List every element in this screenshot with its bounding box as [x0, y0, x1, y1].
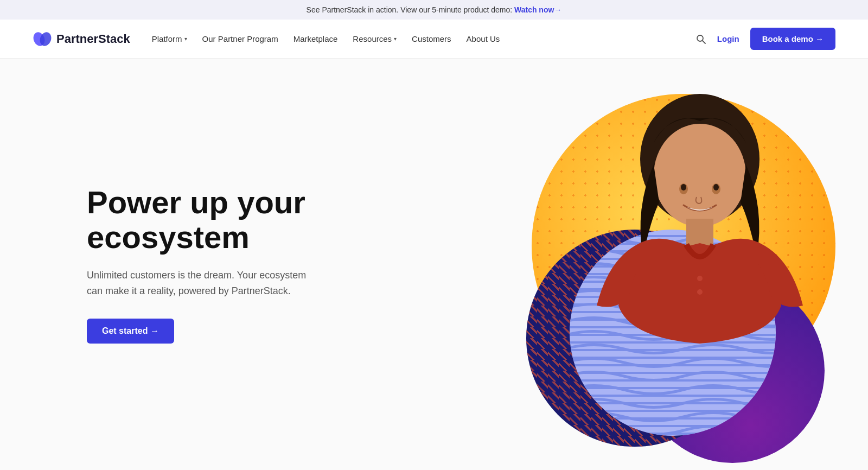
hero-illustration: [499, 67, 868, 447]
nav-item-about[interactable]: About Us: [467, 34, 500, 43]
chevron-down-icon: ▾: [394, 36, 397, 42]
nav-links: Platform ▾ Our Partner Program Marketpla…: [152, 34, 695, 43]
login-link[interactable]: Login: [717, 34, 739, 43]
hero-section: Power up your ecosystem Unlimited custom…: [0, 59, 868, 470]
logo-text: PartnerStack: [56, 32, 130, 46]
nav-item-resources[interactable]: Resources ▾: [353, 34, 397, 43]
nav-item-platform[interactable]: Platform ▾: [152, 34, 187, 43]
svg-rect-7: [686, 219, 713, 246]
book-demo-button[interactable]: Book a demo →: [750, 28, 835, 50]
logo[interactable]: PartnerStack: [33, 29, 130, 49]
nav-item-partner-program[interactable]: Our Partner Program: [202, 34, 278, 43]
svg-point-13: [713, 184, 719, 190]
nav-right: Login Book a demo →: [695, 28, 835, 50]
search-button[interactable]: [695, 34, 706, 45]
logo-icon: [33, 29, 52, 49]
person-illustration: [564, 83, 835, 409]
svg-line-3: [703, 41, 705, 43]
chevron-down-icon: ▾: [184, 36, 187, 42]
nav-item-customers[interactable]: Customers: [412, 34, 451, 43]
top-banner: See PartnerStack in action. View our 5-m…: [0, 0, 868, 20]
get-started-button[interactable]: Get started →: [87, 319, 174, 344]
banner-link[interactable]: Watch now→: [514, 5, 561, 14]
nav-item-marketplace[interactable]: Marketplace: [293, 34, 338, 43]
banner-text: See PartnerStack in action. View our 5-m…: [307, 5, 513, 14]
navbar: PartnerStack Platform ▾ Our Partner Prog…: [0, 20, 868, 59]
person-svg: [564, 83, 835, 409]
svg-point-8: [697, 276, 703, 281]
search-icon: [695, 34, 706, 45]
hero-content: Power up your ecosystem Unlimited custom…: [87, 185, 315, 343]
hero-subtitle: Unlimited customers is the dream. Your e…: [87, 268, 315, 299]
svg-point-9: [697, 289, 703, 295]
hero-title: Power up your ecosystem: [87, 185, 315, 255]
svg-point-12: [681, 184, 686, 190]
svg-point-2: [697, 35, 703, 41]
